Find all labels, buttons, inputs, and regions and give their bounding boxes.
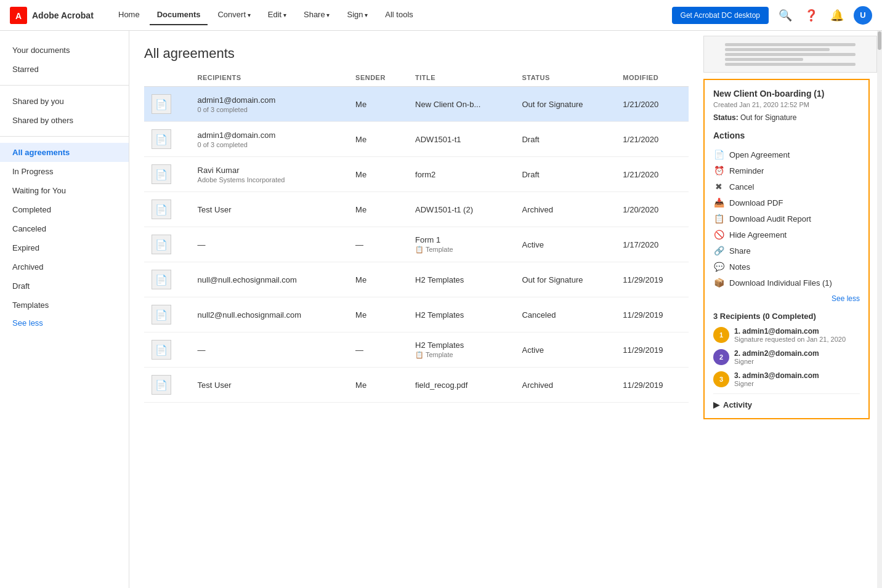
vertical-scrollbar[interactable] bbox=[877, 31, 882, 588]
sidebar-item-waiting-for-you[interactable]: Waiting for You bbox=[0, 181, 129, 200]
user-avatar[interactable]: U bbox=[854, 6, 872, 25]
recipient-sub-text: Signer bbox=[734, 358, 819, 365]
table-row[interactable]: 📄Test UserMefield_recog.pdfArchived11/29… bbox=[144, 368, 689, 403]
row-title: New Client On-b... bbox=[408, 87, 514, 122]
action-icon: 💬 bbox=[713, 262, 724, 272]
help-button[interactable]: ❓ bbox=[802, 6, 820, 25]
row-modified: 1/21/2020 bbox=[615, 122, 689, 157]
panel-see-less[interactable]: See less bbox=[713, 294, 860, 303]
title-text: Form 1 bbox=[415, 235, 507, 244]
nav-convert[interactable]: Convert bbox=[210, 5, 257, 25]
action-item-download-audit-report[interactable]: 📋Download Audit Report bbox=[713, 211, 860, 227]
action-item-hide-agreement[interactable]: 🚫Hide Agreement bbox=[713, 227, 860, 243]
action-label: Share bbox=[729, 246, 751, 256]
app-name: Adobe Acrobat bbox=[32, 10, 94, 20]
action-item-notes[interactable]: 💬Notes bbox=[713, 259, 860, 275]
row-status: Archived bbox=[514, 368, 615, 403]
sidebar-item-shared-by-others[interactable]: Shared by others bbox=[0, 111, 129, 130]
recipient-info: 1. admin1@domain.comSignature requested … bbox=[734, 327, 846, 343]
row-recipient: null2@null.echosignmail.com bbox=[190, 297, 348, 332]
search-button[interactable]: 🔍 bbox=[776, 6, 795, 25]
notifications-button[interactable]: 🔔 bbox=[828, 6, 846, 25]
nav-all-tools[interactable]: All tools bbox=[378, 5, 421, 25]
sidebar-item-your-documents[interactable]: Your documents bbox=[0, 41, 129, 60]
recipient-email: 1. admin1@domain.com bbox=[734, 327, 846, 336]
thumbnail-container bbox=[703, 31, 882, 74]
document-icon: 📄 bbox=[152, 129, 171, 149]
recipient-row: 33. admin3@domain.comSigner bbox=[713, 371, 860, 387]
nav-documents[interactable]: Documents bbox=[150, 5, 208, 25]
action-item-download-individual-files-(1)[interactable]: 📦Download Individual Files (1) bbox=[713, 275, 860, 291]
action-item-download-pdf[interactable]: 📥Download PDF bbox=[713, 195, 860, 211]
recipient-name: null2@null.echosignmail.com bbox=[198, 310, 341, 320]
col-modified: MODIFIED bbox=[615, 69, 689, 87]
sidebar-item-shared-by-you[interactable]: Shared by you bbox=[0, 92, 129, 111]
thumb-line-1 bbox=[725, 43, 856, 46]
sidebar-item-draft[interactable]: Draft bbox=[0, 276, 129, 296]
nav-home[interactable]: Home bbox=[111, 5, 147, 25]
table-row[interactable]: 📄——Form 1📋 TemplateActive1/17/2020 bbox=[144, 227, 689, 262]
page-header: All agreements bbox=[129, 31, 703, 69]
action-item-open-agreement[interactable]: 📄Open Agreement bbox=[713, 147, 860, 163]
table-row[interactable]: 📄null@null.echosignmail.comMeH2 Template… bbox=[144, 262, 689, 297]
document-thumbnail bbox=[703, 36, 877, 73]
recipient-sub-text: Signer bbox=[734, 380, 819, 387]
activity-section[interactable]: ▶ Activity bbox=[713, 393, 860, 409]
main-layout: Your documents Starred Shared by you Sha… bbox=[0, 31, 882, 588]
col-status: STATUS bbox=[514, 69, 615, 87]
row-title: H2 Templates bbox=[408, 262, 514, 297]
sidebar-item-all-agreements[interactable]: All agreements bbox=[0, 143, 129, 162]
sidebar-item-in-progress[interactable]: In Progress bbox=[0, 162, 129, 181]
table-row[interactable]: 📄null2@null.echosignmail.comMeH2 Templat… bbox=[144, 297, 689, 332]
recipient-sub: Adobe Systems Incorporated bbox=[198, 176, 341, 183]
row-modified: 11/29/2019 bbox=[615, 368, 689, 403]
panel-status: Status: Out for Signature bbox=[713, 113, 860, 122]
nav-sign[interactable]: Sign bbox=[339, 5, 375, 25]
row-modified: 1/21/2020 bbox=[615, 157, 689, 192]
table-row[interactable]: 📄admin1@domain.com0 of 3 completedMeNew … bbox=[144, 87, 689, 122]
title-text: form2 bbox=[415, 170, 507, 179]
recipient-avatar: 2 bbox=[713, 349, 729, 365]
action-item-share[interactable]: 🔗Share bbox=[713, 243, 860, 259]
top-navigation: A Adobe Acrobat Home Documents Convert E… bbox=[0, 0, 882, 31]
title-text: H2 Templates bbox=[415, 310, 507, 320]
row-recipient: — bbox=[190, 227, 348, 262]
recipient-name: — bbox=[198, 240, 341, 249]
row-title: ADW1501-t1 (2) bbox=[408, 192, 514, 227]
action-item-cancel[interactable]: ✖Cancel bbox=[713, 179, 860, 195]
table-row[interactable]: 📄Test UserMeADW1501-t1 (2)Archived1/20/2… bbox=[144, 192, 689, 227]
table-row[interactable]: 📄admin1@domain.com0 of 3 completedMeADW1… bbox=[144, 122, 689, 157]
sidebar-see-less[interactable]: See less bbox=[0, 315, 129, 331]
row-title: Form 1📋 Template bbox=[408, 227, 514, 262]
sidebar-item-expired[interactable]: Expired bbox=[0, 238, 129, 257]
row-title: field_recog.pdf bbox=[408, 368, 514, 403]
thumb-line-3 bbox=[725, 53, 856, 56]
sidebar-item-canceled[interactable]: Canceled bbox=[0, 219, 129, 238]
panel-agreement-title: New Client On-boarding (1) bbox=[713, 89, 860, 99]
action-icon: 📦 bbox=[713, 278, 724, 288]
action-icon: 🚫 bbox=[713, 230, 724, 240]
row-icon-cell: 📄 bbox=[144, 368, 190, 403]
row-status: Active bbox=[514, 332, 615, 368]
sidebar-item-starred[interactable]: Starred bbox=[0, 60, 129, 79]
action-item-reminder[interactable]: ⏰Reminder bbox=[713, 163, 860, 179]
sidebar-item-templates[interactable]: Templates bbox=[0, 296, 129, 315]
table-row[interactable]: 📄——H2 Templates📋 TemplateActive11/29/201… bbox=[144, 332, 689, 368]
action-icon: 📥 bbox=[713, 198, 724, 207]
row-status: Draft bbox=[514, 122, 615, 157]
action-label: Notes bbox=[729, 262, 750, 272]
nav-edit[interactable]: Edit bbox=[261, 5, 294, 25]
get-acrobat-button[interactable]: Get Acrobat DC desktop bbox=[672, 7, 769, 24]
agreements-table: RECIPIENTS SENDER TITLE STATUS MODIFIED … bbox=[129, 69, 703, 588]
page-title: All agreements bbox=[144, 46, 689, 62]
app-brand: A Adobe Acrobat bbox=[10, 7, 96, 24]
sidebar-item-completed[interactable]: Completed bbox=[0, 200, 129, 219]
nav-share[interactable]: Share bbox=[296, 5, 337, 25]
row-sender: Me bbox=[348, 157, 408, 192]
table-row[interactable]: 📄Ravi KumarAdobe Systems IncorporatedMef… bbox=[144, 157, 689, 192]
document-icon: 📄 bbox=[152, 270, 171, 289]
document-icon: 📄 bbox=[152, 199, 171, 219]
row-modified: 11/29/2019 bbox=[615, 332, 689, 368]
title-text: ADW1501-t1 bbox=[415, 135, 507, 144]
sidebar-item-archived[interactable]: Archived bbox=[0, 257, 129, 276]
